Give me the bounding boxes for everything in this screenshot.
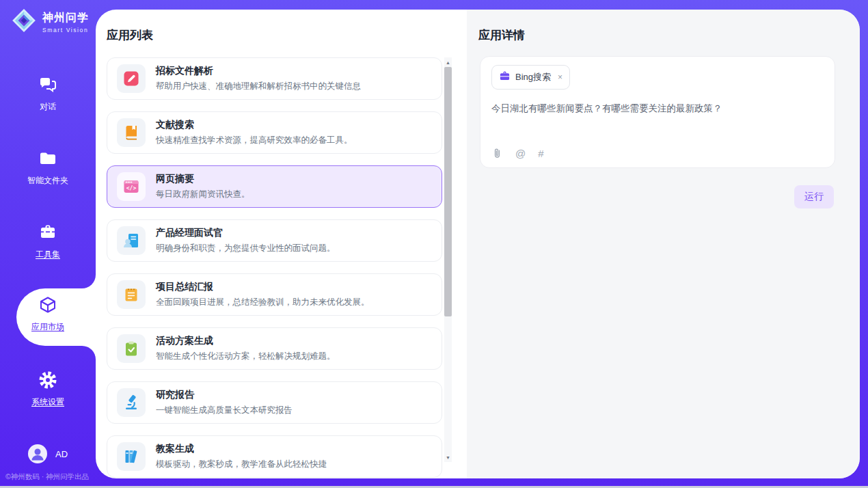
app-description: 模板驱动，教案秒成，教学准备从此轻松快捷 bbox=[156, 459, 327, 470]
app-title: 活动方案生成 bbox=[156, 335, 336, 347]
app-list-item-research-report[interactable]: 研究报告 一键智能生成高质量长文本研究报告 bbox=[107, 381, 442, 424]
brand-logo: 神州问学 Smart Vision bbox=[11, 8, 89, 36]
svg-text:</>: </> bbox=[126, 185, 137, 191]
mention-icon[interactable]: @ bbox=[515, 148, 526, 159]
app-list-item-web-summary[interactable]: </> 网页摘要 每日政府新闻资讯快查。 bbox=[107, 165, 442, 208]
gear-icon bbox=[38, 370, 57, 390]
app-list-item-project-summary[interactable]: 项目总结汇报 全面回顾项目进展，总结经验教训，助力未来优化发展。 bbox=[107, 273, 442, 316]
gem-diamond-icon bbox=[11, 8, 37, 36]
app-list-item-event-plan[interactable]: 活动方案生成 智能生成个性化活动方案，轻松解决规划难题。 bbox=[107, 327, 442, 370]
close-icon[interactable]: × bbox=[558, 72, 562, 82]
sidebar-item-chat[interactable]: 对话 bbox=[0, 75, 96, 113]
cube-icon bbox=[38, 295, 57, 314]
chat-icon bbox=[38, 75, 57, 94]
app-title: 产品经理面试官 bbox=[156, 227, 336, 239]
main-container: 应用列表 招标文件解析 帮助用户快速、准确地理解和解析招标书中的关键信息 bbox=[96, 10, 860, 478]
app-list-panel: 应用列表 招标文件解析 帮助用户快速、准确地理解和解析招标书中的关键信息 bbox=[96, 10, 467, 478]
sidebar-item-toolset[interactable]: 工具集 bbox=[0, 223, 96, 260]
resume-person-icon bbox=[117, 226, 146, 255]
edit-square-icon bbox=[117, 64, 146, 93]
book-icon bbox=[117, 118, 146, 147]
app-list-item-literature-search[interactable]: 文献搜索 快速精准查找学术资源，提高研究效率的必备工具。 bbox=[107, 111, 442, 154]
books-icon bbox=[117, 442, 146, 471]
app-list-item-lesson-plan[interactable]: 教案生成 模板驱动，教案秒成，教学准备从此轻松快捷 bbox=[107, 435, 442, 478]
app-title: 教案生成 bbox=[156, 443, 327, 455]
scroll-up-arrow-icon[interactable]: ▲ bbox=[444, 57, 452, 67]
sidebar-item-settings[interactable]: 系统设置 bbox=[0, 370, 96, 408]
prompt-card: Bing搜索 × 今日湖北有哪些新闻要点？有哪些需要关注的最新政策？ @ # bbox=[480, 56, 835, 168]
tool-tag-bing-search[interactable]: Bing搜索 × bbox=[491, 65, 570, 90]
scrollbar-thumb[interactable] bbox=[444, 67, 452, 316]
composer-toolbar: @ # bbox=[491, 147, 544, 159]
sidebar-item-label: 智能文件夹 bbox=[0, 175, 96, 187]
sidebar-item-label: 应用市场 bbox=[0, 321, 96, 333]
user-avatar-icon bbox=[28, 444, 47, 463]
sidebar: 神州问学 Smart Vision 对话 智能文件夹 bbox=[0, 0, 96, 488]
user-label: AD bbox=[55, 449, 68, 459]
app-title: 项目总结汇报 bbox=[156, 281, 370, 293]
app-title: 文献搜索 bbox=[156, 119, 353, 131]
sidebar-item-smart-folder[interactable]: 智能文件夹 bbox=[0, 149, 96, 187]
browser-code-icon: </> bbox=[117, 172, 146, 201]
bubble-notch bbox=[82, 275, 96, 288]
clipboard-check-icon bbox=[117, 334, 146, 363]
app-list: 招标文件解析 帮助用户快速、准确地理解和解析招标书中的关键信息 文献搜索 快速精… bbox=[107, 57, 442, 478]
app-description: 一键智能生成高质量长文本研究报告 bbox=[156, 405, 293, 416]
attachment-icon[interactable] bbox=[491, 147, 503, 159]
list-scrollbar[interactable]: ▲ ▼ bbox=[444, 57, 452, 462]
app-list-item-pm-interviewer[interactable]: 产品经理面试官 明确身份和职责，为您提供专业性的面试问题。 bbox=[107, 219, 442, 262]
sidebar-item-label: 对话 bbox=[0, 101, 96, 113]
app-description: 全面回顾项目进展，总结经验教训，助力未来优化发展。 bbox=[156, 297, 370, 308]
app-list-title: 应用列表 bbox=[107, 27, 153, 43]
bubble-notch bbox=[82, 346, 96, 360]
app-list-item-bid-analysis[interactable]: 招标文件解析 帮助用户快速、准确地理解和解析招标书中的关键信息 bbox=[107, 57, 442, 100]
app-detail-panel: 应用详情 Bing搜索 × 今日湖北有哪些新闻要点？有哪些需要关注的最新政策？ bbox=[467, 10, 860, 478]
tool-tag-label: Bing搜索 bbox=[515, 71, 551, 83]
notepad-icon bbox=[117, 280, 146, 309]
sidebar-item-label: 工具集 bbox=[0, 249, 96, 260]
app-title: 招标文件解析 bbox=[156, 65, 361, 77]
app-detail-title: 应用详情 bbox=[478, 27, 525, 43]
app-description: 快速精准查找学术资源，提高研究效率的必备工具。 bbox=[156, 135, 353, 146]
app-title: 研究报告 bbox=[156, 389, 293, 401]
app-title: 网页摘要 bbox=[156, 173, 250, 185]
sidebar-item-app-market[interactable]: 应用市场 bbox=[0, 295, 96, 333]
app-description: 帮助用户快速、准确地理解和解析招标书中的关键信息 bbox=[156, 81, 361, 92]
briefcase-icon bbox=[499, 70, 511, 84]
copyright-footer: ©神州数码 · 神州问学出品 bbox=[5, 472, 89, 482]
folder-icon bbox=[38, 149, 57, 168]
app-description: 智能生成个性化活动方案，轻松解决规划难题。 bbox=[156, 351, 336, 362]
app-description: 每日政府新闻资讯快查。 bbox=[156, 189, 250, 200]
brand-tagline: Smart Vision bbox=[42, 27, 89, 33]
sidebar-item-label: 系统设置 bbox=[0, 396, 96, 408]
run-button[interactable]: 运行 bbox=[794, 185, 834, 208]
brand-name: 神州问学 bbox=[42, 12, 89, 23]
query-input[interactable]: 今日湖北有哪些新闻要点？有哪些需要关注的最新政策？ bbox=[491, 102, 824, 116]
scroll-down-arrow-icon[interactable]: ▼ bbox=[444, 452, 452, 462]
microscope-icon bbox=[117, 388, 146, 417]
user-account[interactable]: AD bbox=[0, 444, 96, 463]
hash-icon[interactable]: # bbox=[538, 148, 543, 159]
app-description: 明确身份和职责，为您提供专业性的面试问题。 bbox=[156, 243, 336, 254]
toolbox-icon bbox=[38, 223, 57, 242]
